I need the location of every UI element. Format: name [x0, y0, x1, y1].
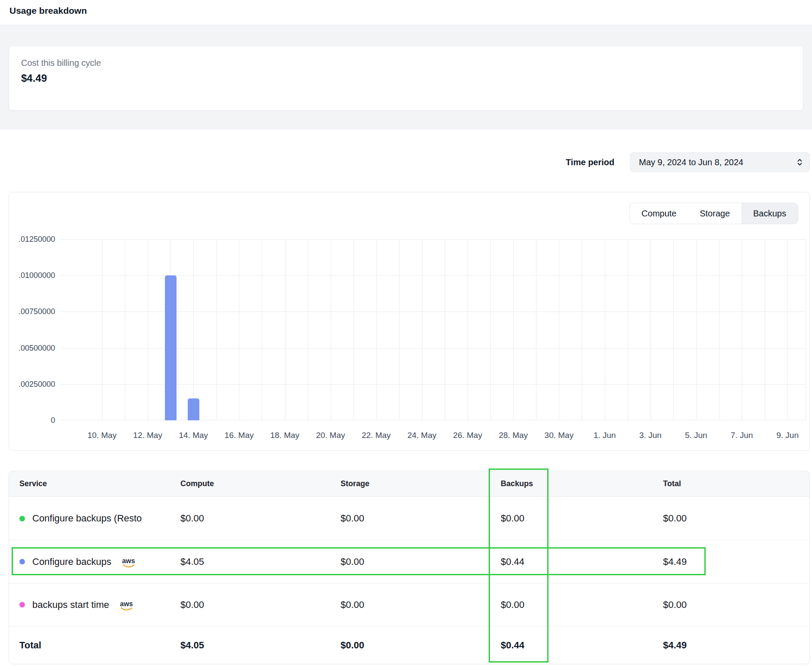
y-tick-label: .00250000	[19, 379, 55, 389]
gridline	[285, 239, 285, 420]
gridline	[376, 239, 377, 420]
time-period-select[interactable]: May 9, 2024 to Jun 8, 2024	[630, 152, 810, 172]
table-row: backups start time aws $0.00 $0.00 $0.00…	[9, 583, 809, 626]
gridline	[125, 239, 125, 420]
total-cell: $0.00	[663, 599, 809, 610]
gridline	[787, 239, 788, 420]
service-cell: Configure backups (Resto	[19, 513, 180, 524]
billing-cycle-card: Cost this billing cycle $4.49	[9, 46, 803, 111]
gridline	[765, 239, 765, 420]
usage-chart-card: Compute Storage Backups .01250000.010000…	[9, 192, 810, 451]
backups-cell: $0.00	[501, 513, 663, 524]
time-period-value: May 9, 2024 to Jun 8, 2024	[639, 157, 743, 167]
x-tick-label: 18. May	[270, 431, 300, 440]
gridline	[445, 239, 445, 420]
x-tick-label: 5. Jun	[685, 431, 707, 440]
gridline	[102, 239, 102, 420]
gridline	[193, 239, 194, 420]
service-name: Configure backups (Resto	[32, 513, 142, 524]
x-tick-label: 9. Jun	[776, 431, 799, 440]
table-header-row: Service Compute Storage Backups Total	[9, 471, 809, 497]
gridline	[490, 239, 491, 420]
gridline	[605, 239, 605, 420]
x-tick-label: 26. May	[453, 431, 482, 440]
time-period-row: Time period May 9, 2024 to Jun 8, 2024	[9, 152, 810, 172]
backups-total-cell: $0.44	[501, 640, 663, 651]
x-axis: 10. May12. May14. May16. May18. May20. M…	[60, 431, 806, 442]
total-label: Total	[19, 640, 180, 651]
gridline	[308, 239, 308, 420]
service-color-dot	[19, 602, 25, 607]
backups-cell: $0.44	[501, 556, 663, 567]
tab-compute[interactable]: Compute	[630, 203, 688, 224]
grand-total-cell: $4.49	[663, 640, 809, 651]
y-tick-label: 0	[51, 416, 55, 425]
gridline	[353, 239, 354, 420]
gridline	[651, 239, 651, 420]
total-cell: $4.49	[663, 556, 809, 567]
service-name: backups start time	[32, 599, 109, 610]
chart-bar	[188, 398, 199, 420]
x-tick-label: 24. May	[407, 431, 437, 440]
table-row: Configure backups aws $4.05 $0.00 $0.44 …	[9, 540, 809, 583]
time-period-label: Time period	[566, 157, 614, 167]
y-tick-label: .01000000	[19, 271, 55, 280]
x-tick-label: 28. May	[499, 431, 528, 440]
tab-backups[interactable]: Backups	[741, 203, 798, 224]
header-total: Total	[663, 479, 809, 488]
storage-cell: $0.00	[341, 556, 501, 567]
x-tick-label: 7. Jun	[731, 431, 753, 440]
service-cell: Configure backups aws	[19, 556, 180, 567]
backups-cell: $0.00	[501, 599, 663, 610]
gridline	[582, 239, 582, 420]
chart-bar	[165, 275, 177, 420]
tab-storage[interactable]: Storage	[688, 203, 741, 224]
gridline	[559, 239, 559, 420]
service-cell: backups start time aws	[19, 599, 180, 610]
y-tick-label: .00750000	[19, 307, 55, 316]
chevron-up-down-icon	[796, 157, 803, 167]
service-color-dot	[19, 559, 25, 564]
gridline	[239, 239, 239, 420]
storage-cell: $0.00	[341, 513, 501, 524]
gridline	[216, 239, 217, 420]
gridline	[399, 239, 400, 420]
header-service: Service	[19, 479, 180, 488]
gridline	[742, 239, 742, 420]
gridline	[696, 239, 697, 420]
gridline	[513, 239, 514, 420]
aws-smile-icon	[121, 607, 133, 610]
billing-cycle-amount: $4.49	[21, 72, 791, 84]
gridline	[148, 239, 148, 420]
gridline	[468, 239, 468, 420]
header-compute: Compute	[180, 479, 341, 488]
header-storage: Storage	[341, 479, 501, 488]
x-tick-label: 22. May	[362, 431, 391, 440]
aws-logo: aws	[120, 601, 133, 610]
billing-summary-section: Cost this billing cycle $4.49	[0, 25, 812, 130]
billing-cycle-label: Cost this billing cycle	[21, 58, 791, 68]
gridline	[331, 239, 331, 420]
usage-table: Service Compute Storage Backups Total Co…	[9, 471, 810, 664]
gridline	[60, 239, 806, 240]
gridline	[262, 239, 262, 420]
plot-area	[60, 239, 806, 420]
x-tick-label: 30. May	[545, 431, 574, 440]
x-tick-label: 10. May	[87, 431, 117, 440]
gridline	[536, 239, 536, 420]
aws-logo-text: aws	[122, 558, 135, 564]
aws-logo-text: aws	[120, 601, 133, 607]
y-axis: .01250000.01000000.00750000.00500000.002…	[9, 239, 55, 420]
x-tick-label: 16. May	[225, 431, 254, 440]
aws-logo: aws	[122, 558, 135, 567]
compute-total-cell: $4.05	[180, 640, 341, 651]
x-tick-label: 12. May	[133, 431, 162, 440]
service-name: Configure backups	[32, 556, 111, 567]
x-tick-label: 3. Jun	[639, 431, 662, 440]
total-cell: $0.00	[663, 513, 809, 524]
compute-cell: $0.00	[180, 513, 341, 524]
compute-cell: $4.05	[180, 556, 341, 567]
x-tick-label: 1. Jun	[594, 431, 616, 440]
gridline	[628, 239, 628, 420]
chart-metric-tabs: Compute Storage Backups	[629, 203, 798, 224]
